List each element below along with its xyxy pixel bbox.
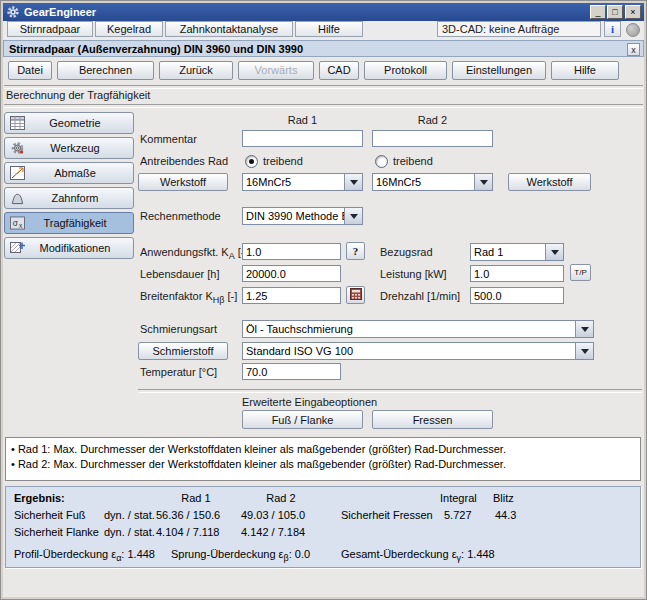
bezugsrad-value: Rad 1 [471,244,545,260]
document-close-button[interactable]: x [627,43,640,56]
tooth-icon [5,191,29,205]
anwendungsfaktor-help-button[interactable]: ? [346,242,365,260]
panel-title: Berechnung der Tragfähigkeit [6,89,150,102]
chevron-down-icon [480,180,488,185]
breitenfaktor-input[interactable] [242,287,341,304]
werkstoff-rad2-select[interactable]: 16MnCr5 [372,173,493,191]
results-col-integral: Integral [440,492,477,504]
schmierstoff-button[interactable]: Schmierstoff [138,342,228,360]
lebensdauer-input[interactable] [242,265,341,282]
sidebar-item-zahnform[interactable]: Zahnform [4,187,134,209]
modification-icon [5,241,29,255]
dropdown-arrow-button[interactable] [575,343,593,359]
status-lamp-icon [626,23,640,37]
result-fressen-blitz: 44.3 [495,509,516,521]
fressen-button[interactable]: Fressen [372,410,493,429]
results-panel: Ergebnis: Rad 1 Rad 2 Integral Blitz Sic… [5,486,641,568]
result-fressen-integral: 5.727 [444,509,472,521]
close-button[interactable]: × [625,5,641,19]
result-row-mode: dyn. / stat. [104,509,155,521]
cad-status-field: 3D-CAD: keine Aufträge [437,21,601,37]
sidebar-item-label: Werkzeug [29,142,133,154]
menu-zahnkontaktanalyse[interactable]: Zahnkontaktanalyse [165,21,293,37]
menu-kegelrad[interactable]: Kegelrad [95,21,163,37]
sidebar-item-tragfaehigkeit[interactable]: σ x Tragfähigkeit [4,212,134,234]
result-fuss-rad2: 49.03 / 105.0 [241,509,305,521]
section-divider [138,389,642,393]
result-flanke-rad2: 4.142 / 7.184 [241,526,305,538]
werkstoff-rad1-button[interactable]: Werkstoff [138,173,228,191]
toolbar-einstellungen-button[interactable]: Einstellungen [452,61,546,80]
toolbar-berechnen-button[interactable]: Berechnen [57,61,154,80]
toolbar-datei-button[interactable]: Datei [8,61,52,80]
window-title: GearEngineer [24,6,96,18]
rechenmethode-select[interactable]: DIN 3990 Methode B [242,207,363,225]
gear-icon [5,141,29,155]
toolbar-cad-button[interactable]: CAD [319,61,359,80]
breitenfaktor-calculator-button[interactable] [346,286,365,304]
fuss-flanke-button[interactable]: Fuß / Flanke [242,410,363,429]
dropdown-arrow-button[interactable] [344,208,362,224]
anwendungsfaktor-input[interactable] [242,243,341,260]
schmierstoff-select[interactable]: Standard ISO VG 100 [242,342,594,360]
werkstoff-rad2-button[interactable]: Werkstoff [508,173,591,191]
svg-text:σ: σ [12,218,18,228]
antreibendes-rad-label: Antreibendes Rad [140,155,228,168]
rad2-treibend-radio[interactable] [375,155,388,168]
dropdown-arrow-button[interactable] [545,244,563,260]
column-header-rad1: Rad 1 [242,114,363,127]
document-title: Stirnradpaar (Außenverzahnung) DIN 3960 … [9,43,303,55]
schmierungsart-select[interactable]: Öl - Tauchschmierung [242,320,594,338]
rad1-treibend-radio[interactable] [245,155,258,168]
toolbar-protokoll-button[interactable]: Protokoll [364,61,447,80]
application-window: GearEngineer _ □ × Stirnradpaar Kegelrad… [0,0,647,600]
sprung-ueberdeckung: Sprung-Überdeckung εβ: 0.0 [171,548,310,563]
menu-stirnradpaar[interactable]: Stirnradpaar [7,21,93,37]
panel-border-bottom [4,104,643,108]
calculator-icon [350,288,362,302]
toolbar-hilfe-button[interactable]: Hilfe [551,61,619,80]
torque-power-toggle-button[interactable]: T/P [570,264,591,281]
document-close-icon: x [631,45,636,55]
schmierstoff-value: Standard ISO VG 100 [243,343,575,359]
leistung-input[interactable] [470,265,564,282]
sidebar-item-geometrie[interactable]: Geometrie [4,112,134,134]
maximize-button[interactable]: □ [607,5,623,19]
dropdown-arrow-button[interactable] [474,174,492,190]
rad2-treibend-label: treibend [393,155,433,168]
sidebar-item-label: Modifikationen [29,242,133,254]
minimize-button[interactable]: _ [590,5,606,19]
info-icon-button[interactable]: i [604,21,621,37]
rechenmethode-value: DIN 3990 Methode B [243,208,344,224]
kommentar-rad1-input[interactable] [242,130,363,147]
toolbar-zurueck-button[interactable]: Zurück [159,61,233,80]
werkstoff-rad2-value: 16MnCr5 [373,174,474,190]
dropdown-arrow-button[interactable] [575,321,593,337]
sidebar-item-label: Zahnform [29,192,133,204]
breitenfaktor-label: Breitenfaktor KHβ [-] [140,290,237,307]
warning-panel: • Rad 1: Max. Durchmesser der Werkstoffd… [5,437,641,481]
werkstoff-rad1-select[interactable]: 16MnCr5 [242,173,363,191]
lebensdauer-label: Lebensdauer [h] [140,268,220,281]
sidebar-item-werkzeug[interactable]: Werkzeug [4,137,134,159]
bezugsrad-select[interactable]: Rad 1 [470,243,564,261]
sidebar-item-modifikationen[interactable]: Modifikationen [4,237,134,259]
window-titlebar[interactable]: GearEngineer _ □ × [3,3,644,21]
result-fressen-label: Sicherheit Fressen [341,509,433,521]
rad1-treibend-label: treibend [263,155,303,168]
drehzahl-input[interactable] [470,287,564,304]
temperatur-input[interactable] [242,363,341,380]
maximize-icon: □ [612,7,617,17]
chevron-down-icon [350,214,358,219]
gesamt-ueberdeckung: Gesamt-Überdeckung εγ: 1.448 [341,548,495,563]
sigma-icon: σ x [5,216,29,230]
sidebar-item-label: Geometrie [29,117,133,129]
menu-hilfe[interactable]: Hilfe [295,21,363,37]
result-row-label: Sicherheit Fuß [14,509,86,521]
sidebar-item-abmasse[interactable]: Abmaße [4,162,134,184]
dropdown-arrow-button[interactable] [344,174,362,190]
results-col-blitz: Blitz [493,492,514,504]
kommentar-rad2-input[interactable] [372,130,493,147]
rechenmethode-label: Rechenmethode [140,210,221,223]
results-title: Ergebnis: [14,492,65,504]
